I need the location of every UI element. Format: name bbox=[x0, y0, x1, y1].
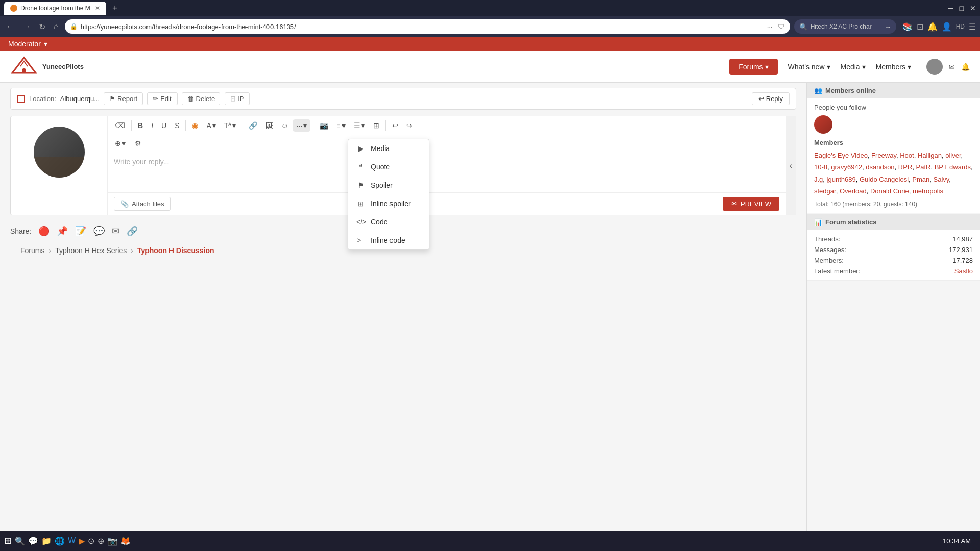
eraser-button[interactable]: ⌫ bbox=[112, 119, 128, 132]
member-rpr[interactable]: RPR bbox=[898, 163, 912, 171]
more-button[interactable]: ···▾ bbox=[293, 119, 310, 132]
task-app2-icon[interactable]: ⊕ bbox=[97, 536, 104, 546]
profile-icon[interactable]: 👤 bbox=[942, 22, 952, 32]
camera-button[interactable]: 📷 bbox=[316, 119, 331, 132]
image-button[interactable]: 🖼 bbox=[262, 119, 276, 132]
member-jgunth[interactable]: jgunth689 bbox=[827, 176, 856, 183]
maximize-button[interactable]: □ bbox=[960, 4, 964, 12]
task-cortana-icon[interactable]: 💬 bbox=[28, 536, 38, 546]
tumblr-share-icon[interactable]: 📝 bbox=[75, 226, 86, 237]
font-color-button[interactable]: A▾ bbox=[203, 119, 218, 132]
member-metropolis[interactable]: metropolis bbox=[913, 187, 943, 195]
member-hoot[interactable]: Hoot bbox=[900, 152, 914, 159]
menu-icon[interactable]: ☰ bbox=[969, 22, 976, 32]
whatsapp-share-icon[interactable]: 💬 bbox=[93, 226, 105, 237]
settings-button[interactable]: ⚙ bbox=[132, 137, 144, 149]
close-button[interactable]: ✕ bbox=[970, 4, 976, 12]
forward-button[interactable]: → bbox=[20, 20, 33, 33]
pinterest-share-icon[interactable]: 📌 bbox=[57, 226, 68, 237]
link-share-icon[interactable]: 🔗 bbox=[127, 226, 138, 237]
italic-button[interactable]: I bbox=[148, 119, 156, 132]
search-bar[interactable]: 🔍 Hitech X2 AC Pro char → bbox=[794, 19, 896, 34]
member-oliver[interactable]: oliver bbox=[945, 152, 961, 159]
task-chrome-icon[interactable]: 🌐 bbox=[55, 536, 65, 546]
link-button[interactable]: 🔗 bbox=[246, 119, 260, 132]
dropdown-spoiler[interactable]: ⚑ Spoiler bbox=[348, 176, 429, 194]
redo-button[interactable]: ↪ bbox=[403, 119, 415, 132]
member-dsandson[interactable]: dsandson bbox=[866, 163, 894, 171]
task-app-icon[interactable]: ⊙ bbox=[88, 536, 94, 546]
member-gravy[interactable]: gravy6942 bbox=[831, 163, 862, 171]
task-vlc-icon[interactable]: ▶ bbox=[79, 536, 85, 546]
start-button[interactable]: ⊞ bbox=[4, 535, 12, 546]
reader-view-icon[interactable]: ⊡ bbox=[917, 22, 923, 32]
task-explorer-icon[interactable]: 📁 bbox=[41, 536, 52, 546]
browser-tab[interactable]: Drone footage from the Mint 4 ✕ bbox=[4, 2, 106, 15]
member-108[interactable]: 10-8 bbox=[814, 163, 827, 171]
task-search-icon[interactable]: 🔍 bbox=[15, 536, 25, 546]
latest-member-value[interactable]: Sasflo bbox=[949, 267, 973, 275]
post-checkbox[interactable] bbox=[17, 95, 25, 103]
tab-close-button[interactable]: ✕ bbox=[95, 5, 100, 12]
member-stedgar[interactable]: stedgar bbox=[814, 187, 836, 195]
edit-button[interactable]: ✏ Edit bbox=[147, 92, 177, 105]
member-overload[interactable]: Overload bbox=[840, 187, 867, 195]
report-button[interactable]: ⚑ Report bbox=[104, 92, 143, 105]
breadcrumb-typhoon-series[interactable]: Typhoon H Hex Series bbox=[55, 246, 127, 255]
member-salvy[interactable]: Salvy bbox=[934, 176, 949, 183]
moderator-dropdown-icon[interactable]: ▾ bbox=[44, 40, 47, 48]
emoji-button[interactable]: ☺ bbox=[278, 119, 291, 132]
reading-list-icon[interactable]: 📚 bbox=[902, 22, 913, 32]
new-tab-button[interactable]: + bbox=[112, 3, 118, 14]
email-share-icon[interactable]: ✉ bbox=[112, 226, 119, 237]
ip-button[interactable]: ⊡ IP bbox=[225, 92, 250, 105]
task-app4-icon[interactable]: 🦊 bbox=[120, 536, 131, 546]
task-word-icon[interactable]: W bbox=[68, 536, 76, 545]
dropdown-inline-spoiler[interactable]: ⊞ Inline spoiler bbox=[348, 194, 429, 213]
member-guido[interactable]: Guido Cangelosi bbox=[860, 176, 909, 183]
user-avatar[interactable] bbox=[926, 59, 943, 75]
moderator-label[interactable]: Moderator bbox=[8, 40, 41, 48]
attach-files-button[interactable]: 📎 Attach files bbox=[114, 197, 171, 211]
member-eagle[interactable]: Eagle's Eye Video bbox=[814, 152, 868, 159]
dropdown-quote[interactable]: ❝ Quote bbox=[348, 158, 429, 176]
dropdown-media[interactable]: ▶ Media bbox=[348, 139, 429, 158]
member-bp[interactable]: BP Edwards bbox=[935, 163, 971, 171]
undo-button[interactable]: ↩ bbox=[389, 119, 401, 132]
insert-button[interactable]: ⊕▾ bbox=[112, 137, 129, 149]
table-button[interactable]: ⊞ bbox=[370, 119, 382, 132]
align-button[interactable]: ≡▾ bbox=[333, 119, 348, 132]
editor-body[interactable]: Write your reply... bbox=[108, 152, 786, 192]
reddit-share-icon[interactable]: 🔴 bbox=[38, 226, 50, 237]
dropdown-code[interactable]: </> Code bbox=[348, 213, 429, 231]
mail-icon[interactable]: ✉ bbox=[949, 63, 955, 71]
editor-collapse-button[interactable]: ‹ bbox=[786, 116, 796, 215]
bell-icon[interactable]: 🔔 bbox=[961, 63, 970, 71]
member-donald[interactable]: Donald Curie bbox=[870, 187, 909, 195]
bold-button[interactable]: B bbox=[135, 119, 146, 132]
preview-button[interactable]: 👁 PREVIEW bbox=[723, 197, 779, 211]
breadcrumb-forums[interactable]: Forums bbox=[20, 246, 44, 255]
member-halligan[interactable]: Halligan bbox=[918, 152, 942, 159]
minimize-button[interactable]: ─ bbox=[948, 4, 953, 12]
member-patr[interactable]: PatR bbox=[916, 163, 931, 171]
media-link[interactable]: Media ▾ bbox=[841, 63, 866, 71]
underline-button[interactable]: U bbox=[158, 119, 169, 132]
delete-button[interactable]: 🗑 Delete bbox=[182, 92, 221, 105]
notifications-icon[interactable]: 🔔 bbox=[927, 22, 938, 32]
task-app3-icon[interactable]: 📷 bbox=[107, 536, 117, 546]
reply-button[interactable]: ↩ Reply bbox=[752, 92, 790, 105]
refresh-button[interactable]: ↻ bbox=[37, 20, 47, 34]
list-button[interactable]: ☰▾ bbox=[351, 119, 368, 132]
home-button[interactable]: ⌂ bbox=[52, 20, 61, 33]
back-button[interactable]: ← bbox=[4, 20, 16, 33]
member-pman[interactable]: Pman bbox=[912, 176, 929, 183]
strikethrough-button[interactable]: S bbox=[172, 119, 182, 132]
dropdown-inline-code[interactable]: >_ Inline code bbox=[348, 231, 429, 249]
forums-button[interactable]: Forums ▾ bbox=[729, 59, 777, 75]
address-bar[interactable]: 🔒 https://yuneecpilots.com/threads/drone… bbox=[65, 19, 790, 34]
highlight-button[interactable]: ◉ bbox=[189, 119, 201, 132]
member-freeway[interactable]: Freeway bbox=[871, 152, 896, 159]
address-options-icon[interactable]: ··· bbox=[767, 23, 773, 31]
members-link[interactable]: Members ▾ bbox=[876, 63, 911, 71]
